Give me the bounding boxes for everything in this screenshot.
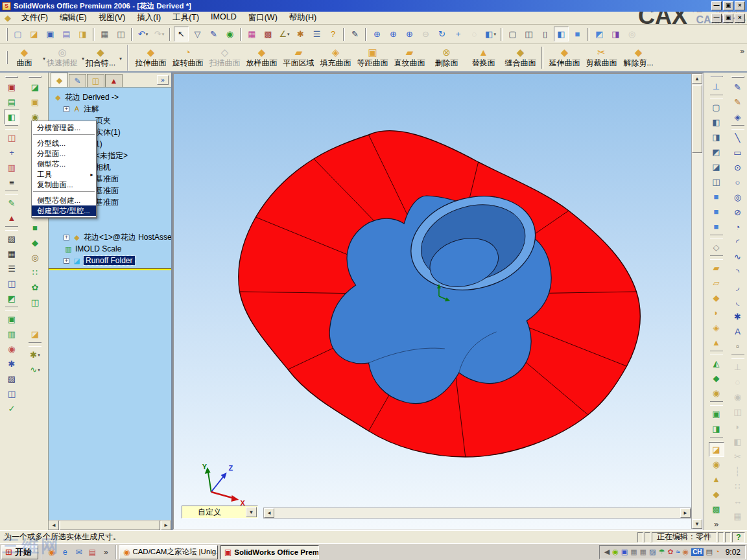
text-icon[interactable]: A <box>730 324 746 339</box>
menu-side-core-create[interactable]: 侧型芯创建... <box>32 195 96 205</box>
scroll-up-arrow[interactable]: ▲ <box>692 74 702 84</box>
extruded-surface-button[interactable]: ◆ 拉伸曲面 <box>132 45 169 71</box>
cooling-system-icon[interactable]: + <box>4 145 19 160</box>
line-icon[interactable]: ╲ <box>730 130 746 145</box>
ruled-surface-button[interactable]: ▰ 直纹曲面 <box>391 45 428 71</box>
tree-root-part[interactable]: ◆ 花边 Derived -> <box>49 91 171 103</box>
doc-restore-button[interactable]: ▣ <box>723 14 733 23</box>
menu-file[interactable]: 文件(F) <box>16 12 54 24</box>
sketch-pencil-icon[interactable]: ✎ <box>206 27 221 41</box>
pocket-tool-icon[interactable]: ▦ <box>4 246 19 261</box>
bottom-view-icon[interactable]: ◫ <box>709 174 724 189</box>
isometric-view-icon[interactable]: ■ <box>709 189 724 204</box>
scroll-down-arrow[interactable]: ▼ <box>692 519 702 529</box>
clover-pattern-icon[interactable]: ✿ <box>27 280 43 295</box>
menu-create-core-cavity[interactable]: 创建型芯/型腔... <box>32 205 96 216</box>
toolbar-grip[interactable] <box>6 28 8 41</box>
spline-icon[interactable]: ∿ <box>730 250 746 264</box>
polygon-icon[interactable]: ⊙ <box>730 160 746 175</box>
network-icon[interactable]: ▦ <box>630 548 637 555</box>
trim-surface-button[interactable]: ✂ 剪裁曲面 <box>583 45 620 71</box>
support-pillar-icon[interactable]: ▥ <box>4 327 19 342</box>
pan-icon[interactable]: + <box>451 27 466 41</box>
pattern-tool-icon[interactable]: ▨ <box>4 231 19 246</box>
graphics-viewport[interactable]: Y Z X 自定义 ▼ ◄ ► ▲ ▼ <box>172 73 704 530</box>
cavity-tool-icon[interactable]: ▣ <box>709 406 724 421</box>
expand-toggle[interactable] <box>64 106 69 112</box>
view-orientation-icon[interactable]: ◧ <box>483 27 498 41</box>
normal-to-icon[interactable]: ⊥ <box>709 79 724 94</box>
quicklaunch-ie-icon[interactable]: e <box>59 548 71 557</box>
scroll-right-arrow[interactable]: ► <box>161 520 171 530</box>
expand-toggle[interactable] <box>64 258 69 264</box>
scale-tool-icon[interactable]: ◨ <box>709 421 724 436</box>
browser-tray-icon[interactable]: ◔ <box>715 548 720 555</box>
volume-icon[interactable]: ◀ <box>604 548 610 555</box>
core-block-icon[interactable]: ■ <box>27 220 43 235</box>
clamp-tool-icon[interactable]: ▣ <box>4 312 19 327</box>
trimetric-view-icon[interactable]: ■ <box>709 204 724 219</box>
rollback-bar[interactable] <box>49 268 171 270</box>
hidden-lines-removed-icon[interactable]: ▯ <box>538 27 552 41</box>
tree-imold-scale[interactable]: ▥ IMOLD Scale <box>49 243 171 255</box>
dimetric-view-icon[interactable]: ■ <box>709 219 724 234</box>
quicklaunch-media-icon[interactable]: ▤ <box>86 548 99 557</box>
menu-tools[interactable]: 工具(T) <box>167 12 205 24</box>
quicklaunch-chevron[interactable]: » <box>100 548 112 557</box>
close-button[interactable]: × <box>735 1 745 10</box>
tree-runoff-folder[interactable]: ◪ Runoff Folder <box>49 255 171 266</box>
undercut-analysis-icon[interactable]: ◆ <box>709 371 724 386</box>
minimize-button[interactable]: — <box>711 1 722 10</box>
insert-cavity-icon[interactable]: ◪ <box>27 80 43 95</box>
toolbar-grip[interactable] <box>731 76 744 78</box>
menu-parting-manager[interactable]: 分模管理器... <box>32 122 96 133</box>
replace-face-icon[interactable]: ▲ <box>709 335 724 350</box>
start-button[interactable]: ⊞ 开始 <box>1 545 38 559</box>
panel-chevron-button[interactable]: » <box>157 75 169 85</box>
knit-surface-button[interactable]: ◆ 缝合曲面 <box>502 45 539 71</box>
menu-parting-line[interactable]: 分型线... <box>32 138 96 148</box>
extend-surface-button[interactable]: ◆ 延伸曲面 <box>546 45 583 71</box>
doc-close-button[interactable]: × <box>735 14 745 23</box>
menu-view[interactable]: 视图(V) <box>93 12 132 24</box>
circle-icon[interactable]: ○ <box>730 175 746 190</box>
partial-ellipse-icon[interactable]: ◔ <box>730 220 746 235</box>
restore-button[interactable]: ▣ <box>723 1 733 10</box>
surfaces-group-button[interactable]: ◆ 曲面 <box>10 45 47 71</box>
sketch-icon[interactable]: ✎ <box>730 80 746 95</box>
ejector-system-icon[interactable]: ≡ <box>4 175 19 190</box>
mold-folder-icon[interactable]: ◪ <box>709 442 724 457</box>
make-drawing-icon[interactable]: ▤ <box>59 27 74 41</box>
right-view-icon[interactable]: ◩ <box>709 145 724 159</box>
runner-pair-icon[interactable]: ◫ <box>27 295 43 310</box>
menu-copy-surface[interactable]: 复制曲面... <box>32 180 96 190</box>
featuremanager-tab[interactable]: ◆ <box>51 73 68 87</box>
flag-tool-icon[interactable]: ◩ <box>4 291 19 306</box>
offset-surface-button[interactable]: ▣ 等距曲面 <box>354 45 391 71</box>
task-forum-window[interactable]: ◉ CAD/CAM之家论坛 |Unig... <box>119 545 218 559</box>
point-icon[interactable]: ✱ <box>730 309 746 324</box>
mold-layout-icon[interactable]: ▤ <box>4 95 19 110</box>
print-icon[interactable]: ▦ <box>97 27 112 41</box>
network2-icon[interactable]: ▦ <box>640 548 646 555</box>
mold-project-icon[interactable]: ▣ <box>4 80 19 95</box>
slide-core-icon[interactable]: ✎ <box>4 196 19 211</box>
shaded-icon[interactable]: ■ <box>570 27 585 41</box>
perspective-view-icon[interactable]: ◇ <box>709 240 724 255</box>
trim-steel-icon[interactable]: ☰ <box>4 261 19 276</box>
cavity-block-icon[interactable]: ◆ <box>27 235 43 250</box>
finish-check-icon[interactable]: ✓ <box>4 401 19 416</box>
top-view-icon[interactable]: ◪ <box>709 159 724 174</box>
3-point-arc-icon[interactable]: ◟ <box>730 294 746 309</box>
toolbar-grip[interactable] <box>29 76 42 78</box>
smart-dimension-icon[interactable]: ✎ <box>348 27 362 41</box>
menu-tools-submenu[interactable]: 工具 <box>32 169 96 180</box>
menu-side-core[interactable]: 侧型芯... <box>32 159 96 169</box>
configurationmanager-tab[interactable]: ◫ <box>87 74 104 87</box>
antivirus-icon[interactable]: ✿ <box>667 548 673 555</box>
rotate-view-icon[interactable]: ↻ <box>434 27 449 41</box>
electrode-icon[interactable]: ◎ <box>27 250 43 265</box>
insert-core-icon[interactable]: ▣ <box>27 95 43 110</box>
offset-surface-icon[interactable]: ▱ <box>709 275 724 290</box>
menu-parting-surface[interactable]: 分型面... <box>32 148 96 159</box>
